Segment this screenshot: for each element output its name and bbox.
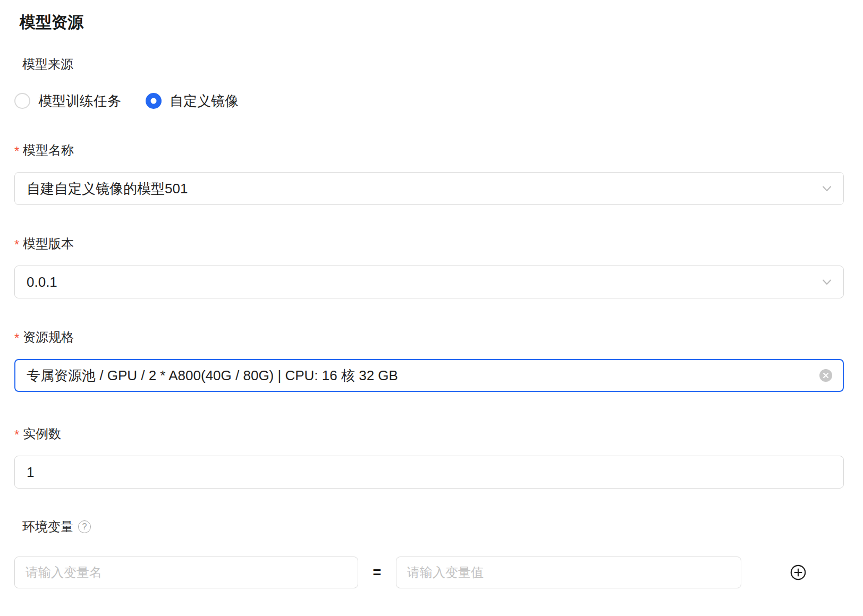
env-var-row: = xyxy=(14,557,858,588)
field-label: * 资源规格 xyxy=(14,330,844,346)
help-icon[interactable]: ? xyxy=(78,520,91,533)
model-name-select[interactable]: 自建自定义镜像的模型501 xyxy=(14,172,844,205)
instance-count-input[interactable] xyxy=(14,456,844,489)
radio-circle-icon[interactable] xyxy=(14,93,30,109)
field-label: * 实例数 xyxy=(14,427,844,443)
equals-sign: = xyxy=(358,564,396,581)
env-var-name-input[interactable] xyxy=(14,557,358,588)
field-instance-count: * 实例数 xyxy=(14,427,844,489)
env-vars-label: 环境变量 xyxy=(22,518,73,535)
field-label-text: 模型名称 xyxy=(23,143,74,157)
plus-circle-icon xyxy=(790,564,806,580)
env-vars-header: 环境变量 ? xyxy=(14,518,858,535)
page-title: 模型资源 xyxy=(20,14,858,31)
clear-icon[interactable] xyxy=(819,369,832,382)
radio-label: 模型训练任务 xyxy=(38,92,121,110)
model-version-select[interactable]: 0.0.1 xyxy=(14,266,844,298)
chevron-down-icon xyxy=(821,276,833,288)
radio-model-training-task[interactable]: 模型训练任务 xyxy=(14,92,121,110)
required-marker: * xyxy=(14,427,20,443)
field-label-text: 实例数 xyxy=(23,427,61,441)
model-version-value: 0.0.1 xyxy=(27,274,57,290)
resource-spec-value: 专属资源池 / GPU / 2 * A800(40G / 80G) | CPU:… xyxy=(27,366,398,385)
resource-spec-select[interactable]: 专属资源池 / GPU / 2 * A800(40G / 80G) | CPU:… xyxy=(14,359,844,392)
field-label-text: 模型版本 xyxy=(23,237,74,251)
radio-custom-image[interactable]: 自定义镜像 xyxy=(146,92,239,110)
radio-label: 自定义镜像 xyxy=(170,92,239,110)
model-resource-form: 模型资源 模型来源 模型训练任务 自定义镜像 * 模型名称 自建自定义镜像的模型… xyxy=(0,0,858,588)
radio-circle-icon[interactable] xyxy=(146,93,162,109)
field-model-version: * 模型版本 0.0.1 xyxy=(14,237,844,298)
required-marker: * xyxy=(14,330,20,346)
required-marker: * xyxy=(14,143,20,159)
env-var-value-input[interactable] xyxy=(396,557,741,588)
model-source-radio-group: 模型训练任务 自定义镜像 xyxy=(14,92,858,109)
field-label: * 模型名称 xyxy=(14,143,844,159)
add-env-var-button[interactable] xyxy=(790,564,806,580)
field-model-name: * 模型名称 自建自定义镜像的模型501 xyxy=(14,143,844,205)
model-name-value: 自建自定义镜像的模型501 xyxy=(27,179,188,198)
required-marker: * xyxy=(14,237,20,253)
chevron-down-icon xyxy=(821,183,833,194)
field-resource-spec: * 资源规格 专属资源池 / GPU / 2 * A800(40G / 80G)… xyxy=(14,330,844,392)
field-label: * 模型版本 xyxy=(14,237,844,253)
field-label-text: 资源规格 xyxy=(23,330,74,344)
model-source-label: 模型来源 xyxy=(22,57,858,71)
